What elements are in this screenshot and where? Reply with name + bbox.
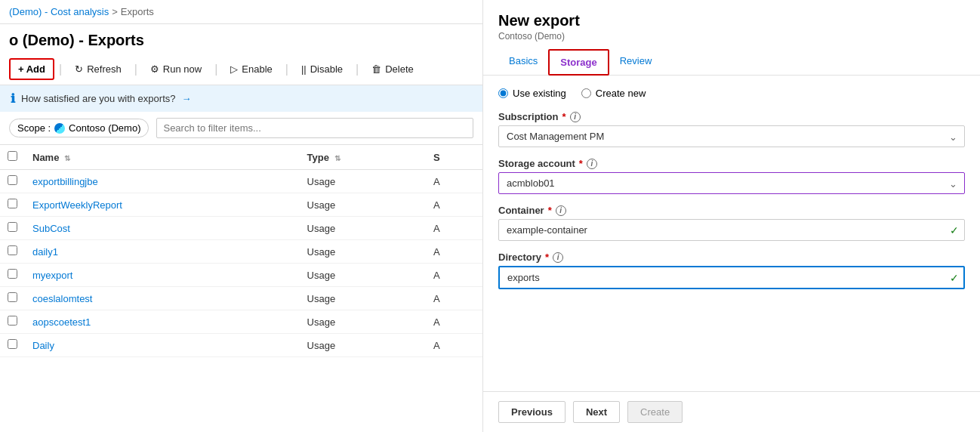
previous-button[interactable]: Previous [498,401,566,423]
scope-label: Scope : [17,122,51,134]
panel-subtitle: Contoso (Demo) [498,31,965,42]
tab-basics[interactable]: Basics [498,49,548,76]
row-checkbox[interactable] [8,269,17,279]
separator-5: | [356,63,359,76]
left-panel: (Demo) - Cost analysis > Exports o (Demo… [0,0,483,432]
table-row: ExportWeeklyReport Usage A [0,193,482,217]
row-name-link[interactable]: myexport [32,270,72,281]
container-required: * [548,205,552,216]
tab-storage[interactable]: Storage [548,49,609,76]
container-info-icon[interactable]: i [556,205,566,216]
disable-icon: || [301,63,307,75]
row-status-cell: A [426,264,482,287]
create-new-radio[interactable] [581,88,591,98]
name-column-header: Name ⇅ [25,145,300,170]
separator-2: | [134,63,137,76]
row-type-cell: Usage [300,240,426,264]
use-existing-label: Use existing [513,88,566,99]
run-now-label: Run now [163,63,202,75]
breadcrumb-separator: > [112,6,118,17]
separator-4: | [285,63,288,76]
type-column-header: Type ⇅ [300,145,426,170]
subscription-select[interactable]: Cost Management PM [498,125,965,147]
row-checkbox[interactable] [8,292,17,302]
info-link[interactable]: → [181,93,191,104]
delete-label: Delete [385,63,414,75]
breadcrumb: (Demo) - Cost analysis > Exports [0,0,482,24]
row-name-link[interactable]: aopscoetest1 [32,316,91,328]
run-now-icon: ⚙ [150,63,159,75]
breadcrumb-current: Exports [121,6,154,17]
row-name-cell: aopscoetest1 [25,310,300,334]
directory-info-icon[interactable]: i [553,252,563,263]
subscription-info-icon[interactable]: i [570,112,581,122]
search-input[interactable] [156,118,473,138]
row-checkbox-cell [0,193,25,217]
add-button[interactable]: + Add [9,58,54,80]
row-status-cell: A [426,193,482,217]
tab-review[interactable]: Review [609,49,663,76]
row-checkbox[interactable] [8,222,17,232]
row-name-link[interactable]: daily1 [32,246,58,258]
type-sort-icon[interactable]: ⇅ [334,154,341,162]
separator-1: | [59,63,62,76]
row-checkbox[interactable] [8,339,17,349]
row-name-cell: Daily [25,334,300,357]
name-sort-icon[interactable]: ⇅ [64,154,70,162]
row-status-cell: A [426,310,482,334]
refresh-icon: ↻ [75,63,83,75]
directory-required: * [545,251,549,263]
disable-button[interactable]: || Disable [293,59,351,79]
enable-button[interactable]: ▷ Enable [222,59,280,79]
row-status-cell: A [426,240,482,264]
row-checkbox[interactable] [8,175,17,185]
storage-account-select[interactable]: acmblob01 [498,172,965,194]
scope-icon [54,123,65,134]
row-name-link[interactable]: coeslalomtest [32,293,92,304]
use-existing-option[interactable]: Use existing [498,88,566,99]
use-existing-radio[interactable] [498,88,508,98]
row-status-cell: A [426,287,482,310]
delete-button[interactable]: 🗑 Delete [363,59,422,79]
row-type-cell: Usage [300,170,426,193]
table-row: myexport Usage A [0,264,482,287]
select-all-checkbox[interactable] [8,151,17,161]
page-title: o (Demo) - Exports [0,24,482,54]
table-row: Daily Usage A [0,334,482,357]
container-input-wrapper: ✓ [498,219,965,241]
directory-input[interactable] [498,266,965,289]
row-name-link[interactable]: Daily [32,340,54,351]
row-type-cell: Usage [300,334,426,357]
right-panel: New export Contoso (Demo) BasicsStorageR… [483,0,980,432]
info-message: How satisfied are you with exports? [21,93,175,104]
row-status-cell: A [426,170,482,193]
row-checkbox[interactable] [8,199,17,208]
row-status-cell: A [426,217,482,240]
row-name-cell: coeslalomtest [25,287,300,310]
directory-group: Directory * i ✓ [498,251,965,289]
storage-account-select-wrapper: acmblob01 ⌄ [498,172,965,194]
next-button[interactable]: Next [573,401,620,423]
row-checkbox[interactable] [8,245,17,255]
row-type-cell: Usage [300,310,426,334]
create-new-option[interactable]: Create new [581,88,646,99]
row-type-cell: Usage [300,287,426,310]
directory-label: Directory * i [498,251,965,263]
panel-tabs: BasicsStorageReview [498,49,965,75]
panel-header: New export Contoso (Demo) BasicsStorageR… [483,0,980,76]
enable-icon: ▷ [230,63,238,75]
row-name-link[interactable]: ExportWeeklyReport [32,199,122,211]
storage-account-info-icon[interactable]: i [587,159,597,169]
subscription-group: Subscription * i Cost Management PM ⌄ [498,111,965,147]
container-label: Container * i [498,205,965,216]
scope-button[interactable]: Scope : Contoso (Demo) [9,119,149,137]
row-name-link[interactable]: SubCost [32,223,70,234]
refresh-button[interactable]: ↻ Refresh [66,59,130,79]
row-name-link[interactable]: exportbillingjbe [32,176,98,187]
row-checkbox[interactable] [8,316,17,326]
breadcrumb-cost-analysis[interactable]: (Demo) - Cost analysis [9,6,109,17]
row-checkbox-cell [0,217,25,240]
container-input[interactable] [498,219,965,241]
run-now-button[interactable]: ⚙ Run now [142,59,210,79]
delete-icon: 🗑 [371,63,381,75]
